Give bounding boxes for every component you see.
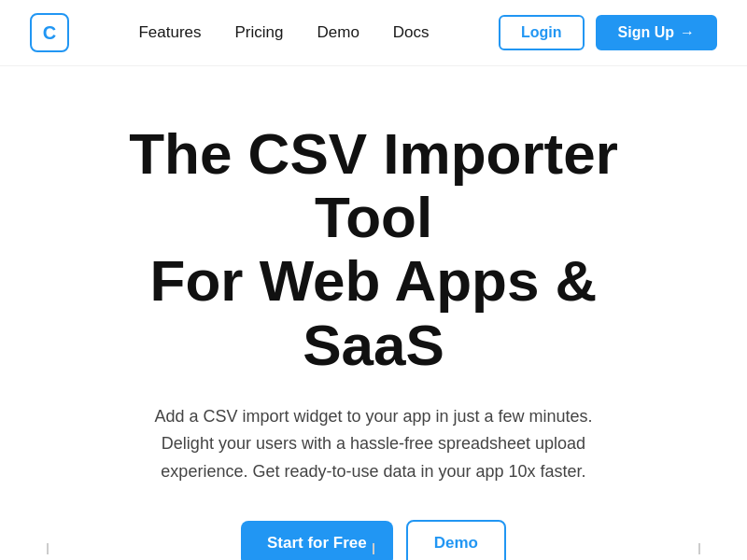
nav-link-docs[interactable]: Docs: [393, 23, 430, 42]
hero-title: The CSV Importer Tool For Web Apps & Saa…: [75, 122, 672, 377]
hero-subtitle: Add a CSV import widget to your app in j…: [149, 403, 598, 486]
nav-link-pricing[interactable]: Pricing: [235, 23, 284, 42]
logo-icon: C: [30, 13, 69, 52]
tick-left: [47, 543, 49, 554]
logo[interactable]: C: [30, 13, 69, 52]
arrow-icon: →: [680, 24, 695, 41]
nav-links: Features Pricing Demo Docs: [138, 23, 429, 42]
bottom-preview: [0, 523, 747, 560]
nav-link-demo[interactable]: Demo: [317, 23, 359, 42]
nav-link-features[interactable]: Features: [138, 23, 201, 42]
login-button[interactable]: Login: [499, 15, 585, 50]
nav-actions: Login Sign Up →: [499, 15, 717, 50]
hero-section: The CSV Importer Tool For Web Apps & Saa…: [0, 66, 747, 560]
tick-center: [373, 543, 374, 554]
signup-button[interactable]: Sign Up →: [596, 15, 717, 50]
tick-right: [698, 543, 700, 554]
navbar: C Features Pricing Demo Docs Login Sign …: [0, 0, 747, 66]
